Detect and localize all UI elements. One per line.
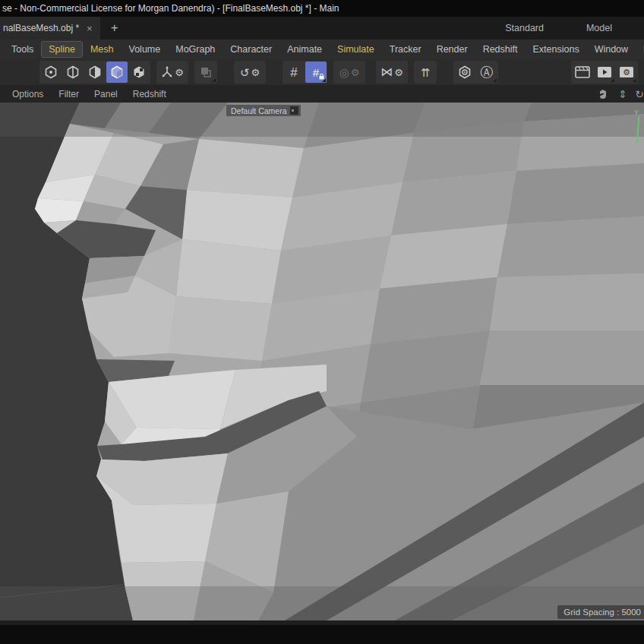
grid-hash-icon: # [290, 66, 297, 79]
document-tab-label: nalBaseMesh.obj * [3, 23, 79, 33]
edges-mode-button[interactable] [62, 62, 84, 83]
gear-icon: ⚙ [175, 68, 184, 77]
hexagon-edges-icon [66, 65, 80, 79]
menu-item[interactable]: MoGraph [169, 42, 222, 57]
viewport-menu-item[interactable]: Redshift [127, 87, 172, 101]
camera-label: Default Camera [231, 106, 287, 115]
menu-item[interactable]: Help [636, 42, 644, 57]
axis-y-line [636, 116, 640, 144]
document-tab-bar: nalBaseMesh.obj * × + Standard Model [0, 17, 644, 39]
grid-snap-group: # # [283, 61, 327, 84]
menu-item[interactable]: Tools [5, 42, 40, 57]
world-axis-gizmo: Y [632, 109, 642, 147]
3d-viewport[interactable]: Default Camera Y Grid Spacing : 5000 [0, 103, 644, 620]
menu-item[interactable]: Redshift [476, 42, 525, 57]
hexagon-solo-icon [458, 65, 472, 79]
render-settings-button[interactable]: ⚙ [616, 62, 637, 83]
isolate-group: Ⓐ [453, 61, 498, 84]
camera-label-pill[interactable]: Default Camera [226, 105, 301, 116]
viewport-menu-bar: OptionsFilterPanelRedshift ⇕ ↻ [0, 85, 644, 103]
menu-item[interactable]: Volume [122, 42, 168, 57]
camera-menu-icon[interactable] [290, 106, 298, 115]
menu-item[interactable]: Animate [280, 42, 329, 57]
circle-a-icon: Ⓐ [481, 66, 494, 79]
render-button-group: ⚙ [571, 61, 638, 84]
points-mode-button[interactable] [40, 62, 62, 83]
workplane-icon [200, 66, 212, 78]
workplane-grid-button[interactable]: # [283, 62, 305, 83]
modeling-settings-button[interactable]: ◎ ⚙ [334, 62, 365, 83]
render-view-button[interactable] [572, 62, 593, 83]
gear-icon: ⚙ [351, 68, 360, 77]
menu-item[interactable]: Character [223, 42, 279, 57]
menu-item[interactable]: Extensions [526, 42, 586, 57]
menu-item[interactable]: Render [430, 42, 475, 57]
document-tab[interactable]: nalBaseMesh.obj * × [0, 17, 100, 39]
symmetry-group: ⋈ ⚙ [376, 61, 408, 84]
lowpoly-face-mesh [0, 103, 644, 620]
window-title: se - Non-Commercial License for Morgan D… [2, 3, 339, 14]
viewport-menu-item[interactable]: Panel [88, 87, 124, 101]
main-menu-bar: ToolsSplineMeshVolumeMoGraphCharacterAni… [0, 39, 644, 59]
hexagon-fragments-icon [132, 65, 146, 79]
layout-model-button[interactable]: Model [586, 23, 612, 33]
menu-item[interactable]: Window [588, 42, 635, 57]
gear-icon: ⚙ [251, 68, 260, 77]
grid-hash-lock-icon: # [313, 67, 319, 78]
quantize-button[interactable]: # [305, 62, 327, 83]
status-bar [0, 625, 644, 644]
render-play-icon [597, 66, 612, 78]
rotate-view-icon[interactable]: ↻ [635, 88, 644, 100]
normals-group: ⇈ [414, 61, 437, 84]
auto-mode-button[interactable]: Ⓐ [476, 62, 497, 83]
tab-close-icon[interactable]: × [87, 23, 93, 34]
menu-item[interactable]: Tracker [383, 42, 428, 57]
polygons-mode-button[interactable] [84, 62, 106, 83]
lock-icon [319, 74, 324, 80]
main-toolbar: ⚙ ↺ ⚙ # # [0, 59, 644, 85]
layout-switchers: Standard Model [505, 17, 644, 39]
symmetry-button[interactable]: ⋈ ⚙ [377, 62, 407, 83]
axis-y-label: Y [634, 109, 639, 116]
menu-item[interactable]: Spline [42, 42, 82, 57]
view-solo-button[interactable] [454, 62, 475, 83]
axis-tool-group: ⚙ [156, 61, 188, 84]
hexagon-points-icon [44, 65, 58, 79]
pan-hand-icon[interactable] [595, 88, 611, 100]
viewport-menu-item[interactable]: Options [6, 87, 49, 101]
layout-standard-button[interactable]: Standard [505, 23, 544, 33]
snap-group: ↺ ⚙ [234, 61, 266, 84]
align-normals-button[interactable]: ⇈ [415, 62, 436, 83]
title-bar: se - Non-Commercial License for Morgan D… [0, 0, 644, 17]
menu-item[interactable]: Mesh [84, 42, 121, 57]
svg-text:⚙: ⚙ [623, 68, 630, 77]
mode-button-group [39, 61, 150, 84]
snap-icon: ↺ [240, 67, 250, 78]
up-arrows-icon: ⇈ [421, 67, 431, 78]
hexagon-polygons-icon [88, 65, 102, 79]
viewport-menu-item[interactable]: Filter [52, 87, 85, 101]
axis-tool-icon [161, 66, 173, 78]
render-picture-viewer-button[interactable] [594, 62, 615, 83]
viewport-nav-icons: ⇕ ↻ [595, 88, 644, 100]
model-mode-button[interactable] [106, 62, 128, 83]
workplane-button[interactable] [195, 62, 216, 83]
snap-settings-button[interactable]: ↺ ⚙ [235, 62, 265, 83]
butterfly-symmetry-icon: ⋈ [380, 66, 393, 78]
clapboard-icon [575, 66, 590, 78]
hexagon-model-icon [110, 65, 124, 79]
grid-spacing-badge: Grid Spacing : 5000 [557, 605, 644, 619]
application-window: se - Non-Commercial License for Morgan D… [0, 0, 644, 644]
menu-item[interactable]: Simulate [330, 42, 381, 57]
viewport-menu-items: OptionsFilterPanelRedshift [6, 87, 172, 101]
dolly-icon[interactable]: ⇕ [615, 88, 630, 100]
target-circles-icon: ◎ [339, 67, 349, 78]
render-gear-icon: ⚙ [619, 66, 634, 78]
gear-icon: ⚙ [394, 68, 403, 77]
new-tab-button[interactable]: + [100, 17, 129, 39]
texture-mode-button[interactable] [128, 62, 150, 83]
modeling-settings-group: ◎ ⚙ [333, 61, 365, 84]
enable-axis-button[interactable]: ⚙ [157, 62, 188, 83]
workplane-group [194, 61, 217, 84]
